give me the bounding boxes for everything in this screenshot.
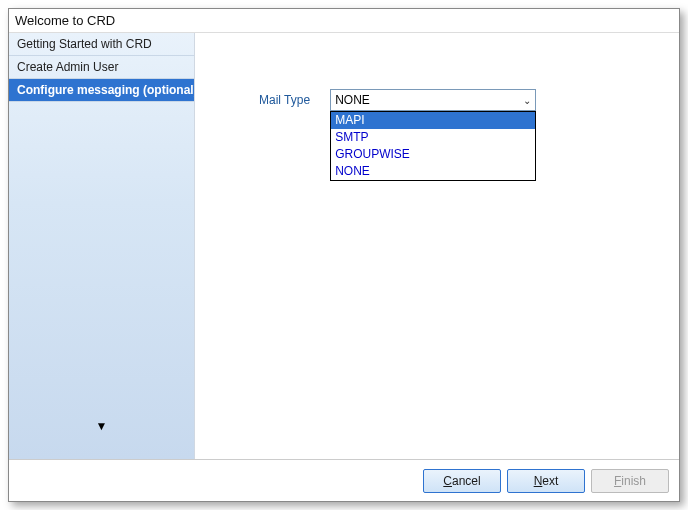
chevron-down-icon: ⌄ xyxy=(523,95,531,106)
sidebar-item-label: Getting Started with CRD xyxy=(17,37,152,51)
finish-button: Finish xyxy=(591,469,669,493)
finish-label-rest: inish xyxy=(621,474,646,488)
next-label-rest: ext xyxy=(542,474,558,488)
sidebar: Getting Started with CRD Create Admin Us… xyxy=(9,33,195,459)
sidebar-expand-icon[interactable]: ▼ xyxy=(96,419,108,433)
mail-type-option[interactable]: NONE xyxy=(331,163,535,180)
title-bar: Welcome to CRD xyxy=(9,9,679,33)
mail-type-option[interactable]: MAPI xyxy=(331,112,535,129)
mail-type-value: NONE xyxy=(335,93,370,107)
window-title: Welcome to CRD xyxy=(15,13,115,28)
cancel-button[interactable]: Cancel xyxy=(423,469,501,493)
mail-type-label: Mail Type xyxy=(259,93,310,107)
sidebar-item-getting-started[interactable]: Getting Started with CRD xyxy=(9,33,194,56)
mail-type-option[interactable]: SMTP xyxy=(331,129,535,146)
footer: Cancel Next Finish xyxy=(9,459,679,501)
mail-type-row: Mail Type NONE ⌄ MAPI SMTP GROUPWISE NON… xyxy=(259,89,536,111)
next-button[interactable]: Next xyxy=(507,469,585,493)
sidebar-item-create-admin-user[interactable]: Create Admin User xyxy=(9,56,194,79)
wizard-window: Welcome to CRD Getting Started with CRD … xyxy=(8,8,680,502)
mail-type-option[interactable]: GROUPWISE xyxy=(331,146,535,163)
sidebar-item-configure-messaging[interactable]: Configure messaging (optional) xyxy=(9,79,194,102)
mail-type-combo-wrap: NONE ⌄ MAPI SMTP GROUPWISE NONE xyxy=(330,89,536,111)
sidebar-item-label: Configure messaging (optional) xyxy=(17,83,194,97)
sidebar-item-label: Create Admin User xyxy=(17,60,118,74)
main-panel: Mail Type NONE ⌄ MAPI SMTP GROUPWISE NON… xyxy=(195,33,679,459)
cancel-label-rest: ancel xyxy=(452,474,481,488)
mail-type-dropdown: MAPI SMTP GROUPWISE NONE xyxy=(330,111,536,181)
mail-type-combobox[interactable]: NONE ⌄ xyxy=(330,89,536,111)
body: Getting Started with CRD Create Admin Us… xyxy=(9,33,679,459)
